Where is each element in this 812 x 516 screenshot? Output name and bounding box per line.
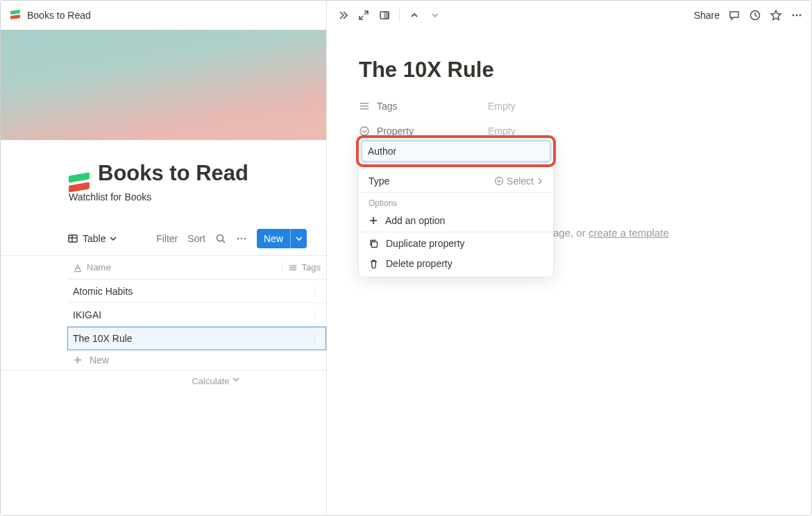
comments-button[interactable] [728, 9, 741, 22]
star-icon [770, 9, 782, 22]
property-row-tags[interactable]: Tags Empty [359, 94, 781, 119]
table-row[interactable]: Atomic Habits [67, 280, 326, 303]
db-toolbar: Table Filter Sort New [1, 225, 326, 252]
svg-point-24 [496, 178, 503, 185]
svg-point-18 [796, 15, 798, 17]
chevron-down-icon [232, 376, 239, 383]
svg-point-17 [793, 15, 795, 17]
detail-topbar: Share [327, 1, 812, 30]
svg-point-19 [800, 15, 802, 17]
multiselect-icon [359, 100, 371, 112]
property-config-popup: Type Select Options Add an option Duplic… [359, 138, 553, 277]
col-label: Name [87, 262, 111, 273]
options-heading: Options [359, 193, 553, 209]
svg-point-5 [237, 238, 239, 240]
svg-rect-0 [69, 235, 77, 242]
add-option-label: Add an option [385, 215, 445, 226]
panel-icon [379, 10, 390, 21]
svg-point-23 [360, 127, 369, 135]
expand-icon [358, 10, 369, 21]
body-hint-text: age, or [553, 227, 589, 239]
clock-icon [749, 9, 761, 22]
select-icon [494, 176, 504, 186]
plus-icon [369, 216, 378, 225]
next-button[interactable] [429, 9, 441, 22]
property-name-field-highlight [356, 135, 556, 167]
svg-point-6 [241, 238, 243, 240]
view-label: Table [83, 233, 105, 244]
cell-name[interactable]: Atomic Habits [67, 286, 315, 297]
type-value: Select [494, 175, 543, 187]
view-switch[interactable]: Table [67, 233, 117, 244]
property-name-input[interactable] [368, 146, 544, 157]
type-row[interactable]: Type Select [359, 170, 553, 192]
column-name[interactable]: Name [67, 262, 282, 273]
table-row[interactable]: IKIGAI [67, 303, 326, 327]
multiselect-icon [288, 263, 298, 273]
cover-image[interactable] [1, 30, 326, 140]
chevrons-right-icon [337, 10, 348, 21]
cell-name[interactable]: IKIGAI [67, 309, 315, 320]
add-option-row[interactable]: Add an option [359, 209, 553, 232]
svg-point-3 [217, 235, 223, 241]
property-name-field[interactable] [362, 141, 550, 162]
expand-button[interactable] [357, 9, 370, 22]
separator [399, 9, 400, 22]
page-icon[interactable] [67, 171, 95, 199]
new-row-label: New [90, 354, 109, 366]
more-button[interactable] [236, 233, 247, 244]
left-pane: Books to Read Books to Read Watchlist fo… [1, 1, 327, 515]
chevron-down-icon [430, 10, 440, 20]
svg-point-7 [244, 238, 246, 240]
favorite-button[interactable] [770, 9, 782, 22]
delete-property-row[interactable]: Delete property [359, 255, 553, 277]
calculate-button[interactable]: Calculate [1, 376, 326, 386]
duplicate-property-row[interactable]: Duplicate property [359, 232, 553, 255]
delete-label: Delete property [386, 258, 452, 269]
page-title[interactable]: Books to Read [98, 161, 248, 186]
new-button-label: New [257, 233, 290, 244]
calculate-label: Calculate [192, 376, 229, 386]
collapse-button[interactable] [337, 9, 349, 22]
page-header: Books to Read Watchlist for Books [1, 140, 326, 208]
filter-button[interactable]: Filter [156, 233, 178, 244]
share-button[interactable]: Share [694, 10, 720, 21]
sort-button[interactable]: Sort [187, 233, 205, 244]
plus-icon [73, 355, 83, 365]
prev-button[interactable] [408, 9, 421, 22]
books-icon [9, 9, 22, 22]
table-row[interactable]: The 10X Rule [67, 327, 326, 350]
peek-mode-button[interactable] [378, 9, 391, 22]
new-row[interactable]: New [1, 350, 326, 370]
column-tags[interactable]: Tags [282, 262, 326, 273]
database-table: Name Tags Atomic Habits IKIGAI The 10X R… [1, 255, 326, 386]
page-subtitle[interactable]: Watchlist for Books [69, 191, 300, 203]
new-button[interactable]: New [257, 229, 307, 248]
breadcrumb-bar: Books to Read [1, 1, 326, 30]
chevron-right-icon [536, 178, 543, 184]
duplicate-icon [369, 239, 379, 249]
svg-line-4 [222, 241, 225, 243]
more-button[interactable] [790, 9, 803, 22]
chevron-down-icon [110, 235, 117, 242]
new-button-caret[interactable] [290, 229, 307, 248]
col-label: Tags [302, 262, 321, 273]
dots-icon [790, 9, 803, 22]
svg-rect-15 [384, 12, 389, 19]
text-prop-icon [73, 263, 83, 273]
detail-title[interactable]: The 10X Rule [359, 58, 781, 83]
property-value[interactable]: Empty [488, 101, 516, 112]
trash-icon [369, 259, 379, 269]
search-icon [215, 233, 226, 244]
chevron-up-icon [409, 10, 419, 20]
create-template-link[interactable]: create a template [589, 227, 669, 239]
property-name: Tags [377, 101, 482, 112]
search-button[interactable] [215, 233, 226, 244]
cell-name[interactable]: The 10X Rule [67, 333, 315, 344]
breadcrumb[interactable]: Books to Read [27, 10, 91, 21]
updates-button[interactable] [749, 9, 761, 22]
duplicate-label: Duplicate property [386, 238, 465, 249]
table-header: Name Tags [67, 256, 326, 280]
svg-rect-27 [372, 241, 378, 247]
table-icon [67, 233, 78, 244]
